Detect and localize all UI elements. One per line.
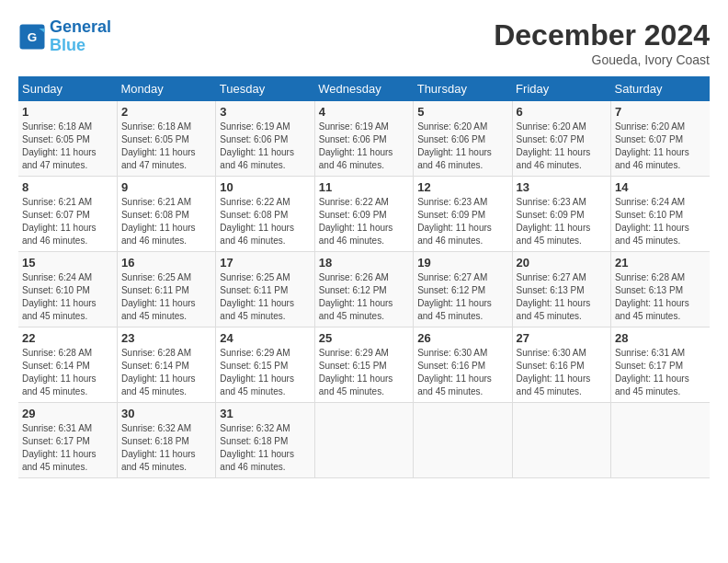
week-row-4: 22Sunrise: 6:28 AMSunset: 6:14 PMDayligh…	[18, 327, 710, 403]
day-info: Sunrise: 6:27 AMSunset: 6:12 PMDaylight:…	[417, 271, 507, 323]
day-number: 10	[220, 180, 310, 194]
day-cell: 5Sunrise: 6:20 AMSunset: 6:06 PMDaylight…	[414, 101, 512, 177]
day-cell: 27Sunrise: 6:30 AMSunset: 6:16 PMDayligh…	[512, 327, 610, 403]
day-info: Sunrise: 6:20 AMSunset: 6:06 PMDaylight:…	[417, 121, 507, 172]
day-info: Sunrise: 6:19 AMSunset: 6:06 PMDaylight:…	[319, 121, 409, 172]
day-number: 27	[517, 331, 607, 345]
day-number: 6	[517, 105, 607, 119]
day-info: Sunrise: 6:32 AMSunset: 6:18 PMDaylight:…	[121, 422, 211, 474]
day-info: Sunrise: 6:23 AMSunset: 6:09 PMDaylight:…	[517, 196, 607, 247]
day-number: 8	[22, 180, 113, 194]
day-number: 26	[417, 331, 507, 345]
day-cell: 12Sunrise: 6:23 AMSunset: 6:09 PMDayligh…	[414, 177, 512, 252]
day-cell: 20Sunrise: 6:27 AMSunset: 6:13 PMDayligh…	[512, 252, 610, 327]
day-cell	[611, 403, 710, 478]
day-number: 9	[121, 180, 211, 194]
day-info: Sunrise: 6:18 AMSunset: 6:05 PMDaylight:…	[121, 121, 211, 172]
day-number: 20	[517, 256, 607, 270]
day-info: Sunrise: 6:19 AMSunset: 6:06 PMDaylight:…	[220, 121, 310, 172]
day-number: 2	[121, 105, 211, 119]
day-info: Sunrise: 6:28 AMSunset: 6:13 PMDaylight:…	[615, 271, 706, 323]
day-cell: 6Sunrise: 6:20 AMSunset: 6:07 PMDaylight…	[512, 101, 610, 177]
day-number: 3	[220, 105, 310, 119]
day-number: 15	[22, 256, 113, 270]
day-number: 19	[417, 256, 507, 270]
day-info: Sunrise: 6:30 AMSunset: 6:16 PMDaylight:…	[517, 347, 607, 398]
day-number: 21	[615, 256, 706, 270]
day-info: Sunrise: 6:28 AMSunset: 6:14 PMDaylight:…	[121, 347, 211, 398]
day-info: Sunrise: 6:24 AMSunset: 6:10 PMDaylight:…	[615, 196, 706, 247]
logo-text: General Blue	[50, 18, 111, 55]
week-row-2: 8Sunrise: 6:21 AMSunset: 6:07 PMDaylight…	[18, 177, 710, 252]
day-cell: 22Sunrise: 6:28 AMSunset: 6:14 PMDayligh…	[18, 327, 117, 403]
day-info: Sunrise: 6:25 AMSunset: 6:11 PMDaylight:…	[220, 271, 310, 323]
month-title: December 2024	[494, 18, 710, 52]
title-area: December 2024 Goueda, Ivory Coast	[494, 18, 710, 67]
day-number: 13	[517, 180, 607, 194]
day-number: 5	[417, 105, 507, 119]
day-cell: 7Sunrise: 6:20 AMSunset: 6:07 PMDaylight…	[611, 101, 710, 177]
day-info: Sunrise: 6:31 AMSunset: 6:17 PMDaylight:…	[22, 422, 113, 474]
day-number: 7	[615, 105, 706, 119]
day-cell	[314, 403, 413, 478]
location: Goueda, Ivory Coast	[494, 52, 710, 67]
day-number: 24	[220, 331, 310, 345]
day-info: Sunrise: 6:24 AMSunset: 6:10 PMDaylight:…	[22, 271, 113, 323]
day-number: 18	[319, 256, 409, 270]
header-day-thursday: Thursday	[414, 76, 512, 101]
day-number: 14	[615, 180, 706, 194]
svg-text:G: G	[28, 29, 38, 43]
header-day-saturday: Saturday	[611, 76, 710, 101]
day-info: Sunrise: 6:22 AMSunset: 6:09 PMDaylight:…	[319, 196, 409, 247]
day-cell: 13Sunrise: 6:23 AMSunset: 6:09 PMDayligh…	[512, 177, 610, 252]
day-cell: 15Sunrise: 6:24 AMSunset: 6:10 PMDayligh…	[18, 252, 117, 327]
header-day-tuesday: Tuesday	[216, 76, 314, 101]
day-number: 25	[319, 331, 409, 345]
day-cell: 3Sunrise: 6:19 AMSunset: 6:06 PMDaylight…	[216, 101, 314, 177]
day-cell: 26Sunrise: 6:30 AMSunset: 6:16 PMDayligh…	[414, 327, 512, 403]
day-cell: 1Sunrise: 6:18 AMSunset: 6:05 PMDaylight…	[18, 101, 117, 177]
day-info: Sunrise: 6:18 AMSunset: 6:05 PMDaylight:…	[22, 121, 113, 172]
day-cell: 9Sunrise: 6:21 AMSunset: 6:08 PMDaylight…	[117, 177, 215, 252]
day-info: Sunrise: 6:27 AMSunset: 6:13 PMDaylight:…	[517, 271, 607, 323]
week-row-3: 15Sunrise: 6:24 AMSunset: 6:10 PMDayligh…	[18, 252, 710, 327]
day-info: Sunrise: 6:23 AMSunset: 6:09 PMDaylight:…	[417, 196, 507, 247]
logo-icon: G	[18, 23, 46, 51]
day-number: 16	[121, 256, 211, 270]
week-row-1: 1Sunrise: 6:18 AMSunset: 6:05 PMDaylight…	[18, 101, 710, 177]
day-cell: 30Sunrise: 6:32 AMSunset: 6:18 PMDayligh…	[117, 403, 215, 478]
day-info: Sunrise: 6:20 AMSunset: 6:07 PMDaylight:…	[517, 121, 607, 172]
day-info: Sunrise: 6:31 AMSunset: 6:17 PMDaylight:…	[615, 347, 706, 398]
day-number: 22	[22, 331, 113, 345]
header-day-friday: Friday	[512, 76, 610, 101]
header-day-wednesday: Wednesday	[314, 76, 413, 101]
day-cell: 17Sunrise: 6:25 AMSunset: 6:11 PMDayligh…	[216, 252, 314, 327]
header-row: SundayMondayTuesdayWednesdayThursdayFrid…	[18, 76, 710, 101]
day-cell: 24Sunrise: 6:29 AMSunset: 6:15 PMDayligh…	[216, 327, 314, 403]
day-info: Sunrise: 6:20 AMSunset: 6:07 PMDaylight:…	[615, 121, 706, 172]
logo: G General Blue	[18, 18, 111, 55]
page-header: G General Blue December 2024 Goueda, Ivo…	[18, 18, 710, 67]
week-row-5: 29Sunrise: 6:31 AMSunset: 6:17 PMDayligh…	[18, 403, 710, 478]
day-cell: 8Sunrise: 6:21 AMSunset: 6:07 PMDaylight…	[18, 177, 117, 252]
day-cell: 14Sunrise: 6:24 AMSunset: 6:10 PMDayligh…	[611, 177, 710, 252]
day-info: Sunrise: 6:21 AMSunset: 6:08 PMDaylight:…	[121, 196, 211, 247]
day-cell: 18Sunrise: 6:26 AMSunset: 6:12 PMDayligh…	[314, 252, 413, 327]
day-number: 17	[220, 256, 310, 270]
header-day-monday: Monday	[117, 76, 215, 101]
day-cell: 21Sunrise: 6:28 AMSunset: 6:13 PMDayligh…	[611, 252, 710, 327]
day-cell	[414, 403, 512, 478]
day-number: 1	[22, 105, 113, 119]
day-cell: 10Sunrise: 6:22 AMSunset: 6:08 PMDayligh…	[216, 177, 314, 252]
day-number: 4	[319, 105, 409, 119]
day-cell: 23Sunrise: 6:28 AMSunset: 6:14 PMDayligh…	[117, 327, 215, 403]
day-cell: 28Sunrise: 6:31 AMSunset: 6:17 PMDayligh…	[611, 327, 710, 403]
day-info: Sunrise: 6:21 AMSunset: 6:07 PMDaylight:…	[22, 196, 113, 247]
day-info: Sunrise: 6:22 AMSunset: 6:08 PMDaylight:…	[220, 196, 310, 247]
day-cell: 4Sunrise: 6:19 AMSunset: 6:06 PMDaylight…	[314, 101, 413, 177]
day-cell: 31Sunrise: 6:32 AMSunset: 6:18 PMDayligh…	[216, 403, 314, 478]
day-number: 29	[22, 407, 113, 420]
day-info: Sunrise: 6:25 AMSunset: 6:11 PMDaylight:…	[121, 271, 211, 323]
day-cell: 11Sunrise: 6:22 AMSunset: 6:09 PMDayligh…	[314, 177, 413, 252]
day-info: Sunrise: 6:30 AMSunset: 6:16 PMDaylight:…	[417, 347, 507, 398]
